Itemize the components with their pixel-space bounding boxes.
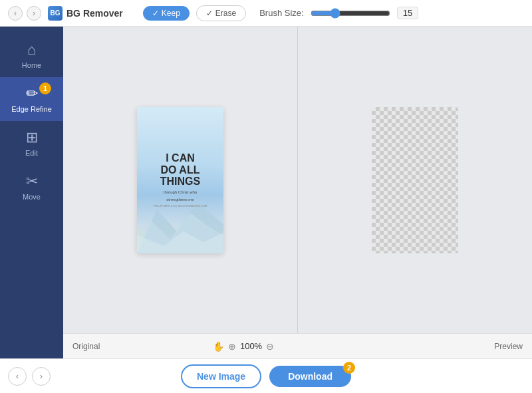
- zoom-controls: ✋ ⊕ 100% ⊖: [213, 341, 274, 352]
- keep-icon: ✓: [152, 9, 159, 18]
- image-sub2: strengthens me: [154, 197, 207, 202]
- sidebar-item-edge-refine-label: Edge Refine: [11, 105, 52, 113]
- image-sub1: through Christ who: [154, 190, 207, 195]
- sidebar: ⌂ Home 1 ✏ Edge Refine ⊞ Edit ✂ Move: [0, 27, 63, 358]
- edge-refine-badge: 1: [39, 82, 51, 94]
- title-bar-controls: ‹ ›: [8, 6, 41, 21]
- back-button[interactable]: ‹: [8, 6, 23, 21]
- app-container: ‹ › BG BG Remover ✓ Keep ✓ Erase Brush S…: [0, 0, 532, 393]
- sidebar-item-move-label: Move: [23, 193, 41, 201]
- sidebar-item-edge-refine[interactable]: 1 ✏ Edge Refine: [0, 77, 63, 121]
- canvas-area: I CAN DO ALL THINGS through Christ who s…: [63, 27, 532, 358]
- zoom-out-icon[interactable]: ⊖: [266, 341, 274, 352]
- sidebar-item-home-label: Home: [22, 61, 41, 69]
- zoom-in-icon[interactable]: ⊕: [228, 341, 236, 352]
- next-button[interactable]: ›: [32, 367, 51, 386]
- edge-refine-icon: ✏: [26, 85, 38, 102]
- forward-button[interactable]: ›: [27, 6, 41, 21]
- original-label: Original: [72, 342, 100, 351]
- erase-button[interactable]: ✓ Erase: [196, 5, 246, 21]
- sidebar-item-move[interactable]: ✂ Move: [0, 165, 63, 209]
- canvas-workspace: I CAN DO ALL THINGS through Christ who s…: [63, 27, 532, 333]
- sidebar-item-edit-label: Edit: [25, 149, 38, 157]
- preview-panel: [298, 27, 532, 333]
- sidebar-item-home[interactable]: ⌂ Home: [0, 33, 63, 77]
- image-line1: I CAN: [154, 152, 207, 164]
- keep-button[interactable]: ✓ Keep: [143, 6, 190, 21]
- image-line2: DO ALL: [154, 164, 207, 176]
- image-text: I CAN DO ALL THINGS through Christ who s…: [147, 146, 214, 214]
- prev-button[interactable]: ‹: [8, 367, 27, 386]
- download-badge: 2: [343, 362, 355, 374]
- edit-icon: ⊞: [26, 129, 38, 146]
- hand-icon[interactable]: ✋: [213, 341, 224, 352]
- footer: ‹ › New Image Download 2: [0, 358, 532, 393]
- new-image-button[interactable]: New Image: [181, 364, 261, 388]
- bottom-bar: Original ✋ ⊕ 100% ⊖ Preview: [63, 333, 532, 358]
- sidebar-item-edit[interactable]: ⊞ Edit: [0, 121, 63, 165]
- main-content: ⌂ Home 1 ✏ Edge Refine ⊞ Edit ✂ Move: [0, 27, 532, 358]
- title-bar: ‹ › BG BG Remover ✓ Keep ✓ Erase Brush S…: [0, 0, 532, 27]
- app-logo: BG BG Remover: [48, 6, 123, 21]
- keep-label: Keep: [162, 9, 180, 18]
- toolbar: ✓ Keep ✓ Erase Brush Size: 15: [143, 5, 418, 21]
- brush-slider[interactable]: [311, 8, 390, 19]
- erase-label: Erase: [215, 9, 236, 18]
- app-logo-icon: BG: [48, 6, 63, 21]
- download-button[interactable]: Download 2: [269, 366, 351, 387]
- image-line3: THINGS: [154, 176, 207, 188]
- app-name: BG Remover: [66, 8, 123, 19]
- brush-value: 15: [397, 7, 418, 19]
- home-icon: ⌂: [27, 41, 36, 59]
- erase-icon: ✓: [206, 9, 213, 18]
- brush-size-label: Brush Size:: [259, 8, 303, 18]
- zoom-value: 100%: [240, 341, 262, 351]
- footer-nav: ‹ ›: [8, 367, 51, 386]
- preview-checkerboard: [372, 107, 458, 253]
- preview-label: Preview: [494, 342, 523, 351]
- original-panel: I CAN DO ALL THINGS through Christ who s…: [63, 27, 298, 333]
- original-image: I CAN DO ALL THINGS through Christ who s…: [137, 107, 223, 253]
- image-ref: PHILIPPIANS 4:13 | BELIEVEMASTER.COM: [154, 204, 207, 207]
- move-icon: ✂: [26, 173, 38, 190]
- download-label: Download: [288, 371, 332, 382]
